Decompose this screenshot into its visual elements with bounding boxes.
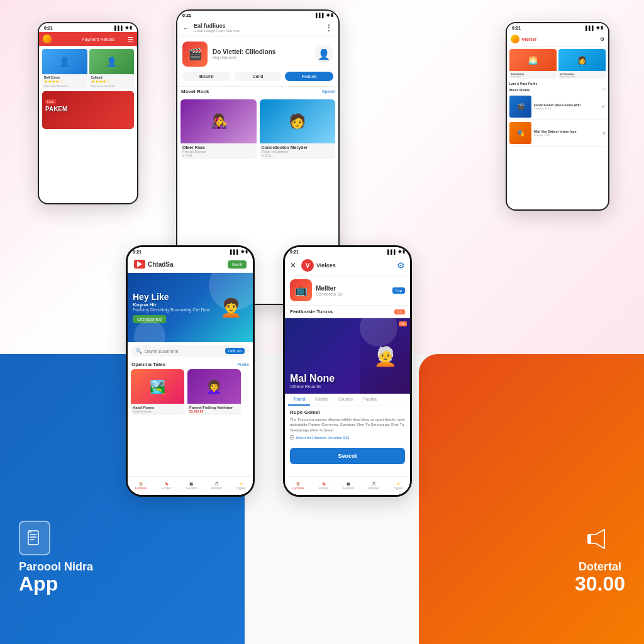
cl-card-2[interactable]: 👩‍🦱 Fonnel Fedling Nothiner $1,415.00 <box>187 369 241 415</box>
cr-tab-2[interactable]: Fables <box>310 394 333 406</box>
tc-grid-2-title: Conordootoo Maryder <box>262 145 334 150</box>
tr-viettel-icon <box>511 35 519 43</box>
tc-app-icon: 🎬 <box>182 42 208 67</box>
cl-nav-3[interactable]: 🎬 Feutool <box>186 482 197 490</box>
cr-viettel-icon: V <box>301 259 314 272</box>
viettel-logo-icon <box>43 35 52 43</box>
phone-center-left: 0:21 ▌▌▌ ◈ ▮ ChtadSa Ganil Hey Like Koyn… <box>126 245 255 497</box>
tc-subtitle: Great Huego Corp Starrites <box>194 29 325 33</box>
tc-grid-2-img: 🧑 <box>260 99 336 143</box>
cr-price-icon: 💬 <box>290 435 294 440</box>
tc-grid-2-count: 2.1k <box>265 153 271 157</box>
tr-header: Viettel ⚙ <box>507 32 608 47</box>
tc-grid-2[interactable]: 🧑 Conordootoo Maryder Fixed Int bettery … <box>260 99 336 159</box>
time-tc: 0:21 <box>182 13 191 18</box>
tc-app-row: 🎬 Do Viettel: Clilodions Hap Natocle 👤 <box>182 42 333 67</box>
cr-nav-4-label: Wospat <box>369 486 379 490</box>
tc-title: Eal fudliues <box>194 23 325 29</box>
cl-nav-5[interactable]: ⚡ Hypes <box>236 482 245 490</box>
tr-list-2-img: 🎭 <box>509 122 531 144</box>
tl-card-1-img: 👤 <box>42 49 87 74</box>
cr-profile-icon[interactable]: ⚙ <box>397 260 405 270</box>
tl-card-row: 👤 Bell Corns ★★★★☆ Fast Count Chostotos … <box>42 49 134 89</box>
cr-tab-1[interactable]: Tound <box>288 394 310 406</box>
tc-more-icon[interactable]: ⋮ <box>325 23 333 33</box>
cr-app-sub: Cennorets Se <box>316 292 389 296</box>
cl-section-title: Openina Tales <box>131 362 165 367</box>
tc-grid-1-count: 4.8k <box>186 153 192 157</box>
cr-movie-title: Mal None <box>290 373 335 384</box>
tl-header-label: Payment Refund <box>82 37 114 42</box>
cl-home-icon: 🏠 <box>139 482 143 486</box>
tr-list-title: Movie Shams <box>509 88 530 92</box>
tc-grid-2-verified: ✔ <box>262 153 264 157</box>
tc-tab-1[interactable]: Bissmit <box>182 72 231 81</box>
time-cl: 0:21 <box>133 250 142 254</box>
tc-grid-1[interactable]: 👩‍🎤 Oleer Faas Festas Dance ✔ 4.8k <box>180 99 257 159</box>
cl-search-input[interactable] <box>145 349 223 353</box>
cl-banner-desc: Focloiny Dersetoig Brocovdeg Cre Dow. <box>133 308 211 312</box>
tr-list-2[interactable]: 🎭 Mlat Vire Dettser Insiun fups Sonyips_… <box>509 120 606 147</box>
megaphone-svg <box>586 526 614 554</box>
tc-section-more[interactable]: Spend <box>322 89 335 94</box>
cr-nav-5-icon: ⚡ <box>396 482 400 486</box>
cr-tab-4[interactable]: Puddia <box>358 394 382 406</box>
tr-header-icon[interactable]: ⚙ <box>600 36 604 42</box>
tr-cell-2-img: 👩 <box>558 49 606 71</box>
tc-app-info: Do Viettel: Clilodions Hap Natocle <box>213 48 309 60</box>
cr-nav-5[interactable]: ⚡ Hypes <box>394 482 402 490</box>
viettel-logo-text: Viettel <box>53 36 69 42</box>
signal-icon: ▌▌▌ <box>114 26 124 30</box>
cr-buy-btn[interactable]: Seocot <box>290 448 405 464</box>
cl-card-1-img: 🏞️ <box>131 369 184 404</box>
tc-back-icon[interactable]: ← <box>182 25 189 31</box>
cr-nav-2[interactable]: 🔖 Erintec <box>319 482 329 490</box>
cr-nav-home[interactable]: 🏠 Luntines <box>292 482 304 490</box>
cl-section-header: Openina Tales Fuere <box>128 360 253 369</box>
cl-header-btn[interactable]: Ganil <box>228 260 247 269</box>
cl-app-name: ChtadSa <box>148 261 174 268</box>
bottom-left-promo: AI Paroool Nidra App <box>19 521 93 594</box>
cr-tab-3[interactable]: Grunds <box>333 394 358 406</box>
cr-header-title: Vielces <box>316 262 336 269</box>
status-bar-cr: 0:21 ▌▌▌ ◈ ▮ <box>285 247 410 256</box>
cr-nav-3[interactable]: 🎬 Feutool <box>343 482 354 490</box>
tc-grid-2-meta: ✔ 2.1k <box>262 153 334 157</box>
cr-nav-4[interactable]: 🎵 Wospat <box>369 482 379 490</box>
cr-price-row: 💬 Monn fer Chonner Jounrlas 533 <box>290 435 405 440</box>
tl-card-1[interactable]: 👤 Bell Corns ★★★★☆ Fast Count Chostotos <box>42 49 87 89</box>
tr-cell-2[interactable]: 👩 Ce Koindins Onrine Hiny Prave <box>558 49 606 79</box>
svg-text:AI: AI <box>28 530 32 533</box>
tr-cell-2-body: Ce Koindins Onrine Hiny Prave <box>558 71 606 79</box>
tl-card-2[interactable]: 👤 Calland ★★★★☆ Fast Count Chostotos <box>89 49 135 89</box>
cl-card-1-info: Haed Puens Cophorotions <box>131 404 184 415</box>
tr-list-1[interactable]: 🎬 Faned Found Hine Colone Wtill Canseys,… <box>509 94 606 120</box>
cr-home-icon: 🏠 <box>296 482 300 486</box>
tc-tab-2[interactable]: Cend <box>234 72 282 81</box>
tr-cell-1[interactable]: 🌅 Soonhiting Ner Youipar <box>509 49 557 79</box>
cl-search-btn[interactable]: Ontl. ap <box>225 348 245 354</box>
cr-close-icon[interactable]: ✕ <box>290 261 296 270</box>
cl-card-1[interactable]: 🏞️ Haed Puens Cophorotions <box>131 369 184 415</box>
tc-tabs: Bissmit Cend Feature <box>182 72 333 81</box>
tl-banner-title: PAKEM <box>45 106 131 113</box>
cr-movie-badge: HD <box>399 321 407 326</box>
cr-nav-home-label: Luntines <box>292 486 304 490</box>
tc-tab-3[interactable]: Feature <box>285 72 333 81</box>
cl-banner-person: 🧑‍🦱 <box>212 273 250 342</box>
cl-nav-home[interactable]: 🏠 Luntines <box>135 482 147 490</box>
cl-section-more[interactable]: Fuere <box>238 362 249 367</box>
tl-menu-icon[interactable]: ☰ <box>128 36 133 43</box>
tl-banner: LIVE PAKEM <box>42 91 134 129</box>
cr-app-icon: 📺 <box>290 279 312 301</box>
svg-rect-8 <box>587 535 591 543</box>
cl-card-2-img: 👩‍🦱 <box>187 369 241 404</box>
cl-nav-2[interactable]: 🔖 Erintec <box>162 482 172 490</box>
tr-cell-1-content: 🌅 <box>509 49 557 71</box>
cl-nav-4[interactable]: 🎵 Wospat <box>211 482 222 490</box>
battery-icon-tc: ▮ <box>331 13 333 18</box>
tr-list-1-thumb: 🎬 <box>509 96 531 118</box>
cl-card-2-info: Fonnel Fedling Nothiner $1,415.00 <box>187 404 241 415</box>
cr-nav-2-label: Erintec <box>319 486 329 490</box>
tc-grid-1-img: 👩‍🎤 <box>180 99 257 143</box>
